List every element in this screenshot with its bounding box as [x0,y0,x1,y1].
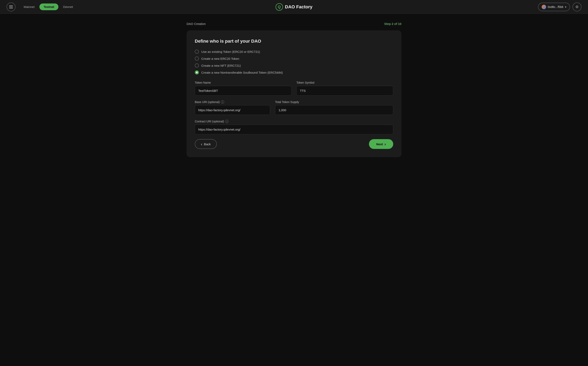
radio-new-erc20[interactable]: Create a new ERC20 Token [195,56,393,61]
token-name-label: Token Name [195,81,292,84]
radio-circle-new-erc20 [195,56,199,61]
tab-mainnet[interactable]: Mainnet [20,3,39,10]
chevron-down-icon: ▾ [565,5,566,8]
radio-label-new-nft: Create a new NFT (ERC721) [201,64,241,67]
chevron-left-icon [201,142,202,146]
radio-circle-new-sbt [195,70,199,75]
radio-label-new-erc20: Create a new ERC20 Token [201,57,239,60]
menu-button[interactable] [7,2,15,11]
card-title: Define who is part of your DAO [195,38,393,44]
wallet-button[interactable]: 0xd6c...f5b6 ▾ [538,3,570,11]
tab-devnet[interactable]: Devnet [59,3,77,10]
base-uri-info-icon[interactable]: i [221,100,224,104]
base-uri-label: Base URI (optional) i [195,100,270,104]
chevron-right-icon [384,142,386,146]
contract-uri-info-icon[interactable]: i [225,120,228,123]
token-name-group: Token Name [195,81,292,95]
svg-text:Q: Q [278,5,281,9]
total-supply-input[interactable] [275,105,393,115]
back-label: Back [204,142,211,146]
contract-uri-label: Contract URI (optional) i [195,120,393,123]
dao-creation-card: Define who is part of your DAO Use an ex… [187,30,401,157]
token-name-symbol-row: Token Name Token Symbol [195,81,393,95]
step-indicator: Step 2 of 10 [384,22,401,25]
contract-uri-group: Contract URI (optional) i [195,120,393,134]
token-symbol-input[interactable] [296,86,393,95]
token-name-input[interactable] [195,86,292,95]
back-button[interactable]: Back [195,139,217,149]
radio-existing-token[interactable]: Use an existing Token (ERC20 or ERC721) [195,50,393,54]
base-uri-supply-row: Base URI (optional) i Total Token Supply [195,100,393,115]
main-content: DAO Creation Step 2 of 10 Define who is … [182,14,406,165]
gear-icon: ⚙ [575,5,579,9]
brand-title: DAO Factory [285,4,312,10]
next-button[interactable]: Next [369,139,393,149]
radio-new-nft[interactable]: Create a new NFT (ERC721) [195,63,393,68]
token-symbol-group: Token Symbol [296,81,393,95]
wallet-icon [542,5,546,9]
radio-label-existing-token: Use an existing Token (ERC20 or ERC721) [201,50,260,53]
radio-circle-existing-token [195,50,199,54]
base-uri-group: Base URI (optional) i [195,100,270,115]
token-symbol-label: Token Symbol [296,81,393,84]
contract-uri-input[interactable] [195,125,393,134]
wallet-address: 0xd6c...f5b6 [548,5,563,8]
radio-new-sbt[interactable]: Create a new Nontransferable Soulbound T… [195,70,393,75]
radio-circle-new-nft [195,63,199,68]
navbar: Mainnet Testnet Devnet Q DAO Factory 0xd… [0,0,588,14]
next-label: Next [376,142,383,146]
settings-button[interactable]: ⚙ [573,2,581,11]
tab-testnet[interactable]: Testnet [39,3,58,10]
breadcrumb: DAO Creation [187,22,206,25]
total-supply-label: Total Token Supply [275,100,393,104]
total-supply-group: Total Token Supply [275,100,393,115]
brand: Q DAO Factory [276,3,312,11]
nav-right: 0xd6c...f5b6 ▾ ⚙ [538,2,581,11]
network-tabs: Mainnet Testnet Devnet [20,3,77,10]
hamburger-icon [9,6,13,8]
button-row: Back Next [195,139,393,149]
brand-logo-icon: Q [276,3,283,11]
page-header: DAO Creation Step 2 of 10 [187,22,401,25]
radio-label-new-sbt: Create a new Nontransferable Soulbound T… [201,71,283,74]
base-uri-input[interactable] [195,105,270,115]
contract-uri-row: Contract URI (optional) i [195,120,393,134]
membership-type-radio-group: Use an existing Token (ERC20 or ERC721) … [195,50,393,75]
